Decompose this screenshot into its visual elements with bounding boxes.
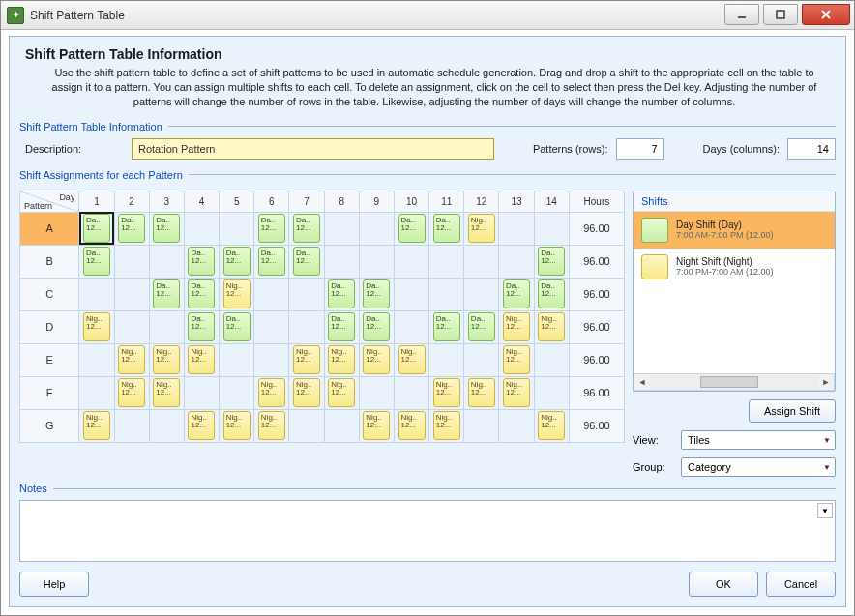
grid-row-header[interactable]: D bbox=[20, 310, 79, 343]
night-shift-chip[interactable]: Nig..12... bbox=[118, 345, 145, 374]
day-shift-chip[interactable]: Da..12... bbox=[433, 214, 460, 243]
day-shift-chip[interactable]: Da..12... bbox=[223, 247, 251, 276]
grid-cell[interactable] bbox=[464, 409, 499, 442]
day-shift-chip[interactable]: Da..12... bbox=[293, 214, 320, 243]
grid-day-header[interactable]: 2 bbox=[114, 191, 149, 212]
grid-cell[interactable]: Da..12... bbox=[394, 212, 428, 245]
grid-cell[interactable] bbox=[220, 343, 254, 376]
night-shift-chip[interactable]: Nig..12... bbox=[118, 378, 145, 407]
grid-cell[interactable]: Nig..12... bbox=[359, 409, 394, 442]
grid-cell[interactable]: Da..12... bbox=[534, 245, 569, 278]
close-button[interactable] bbox=[802, 4, 850, 25]
grid-cell[interactable] bbox=[79, 376, 114, 409]
grid-cell[interactable] bbox=[220, 212, 254, 245]
grid-cell[interactable] bbox=[324, 245, 359, 278]
night-shift-chip[interactable]: Nig..12... bbox=[153, 345, 180, 374]
day-shift-chip[interactable]: Da..12... bbox=[503, 279, 530, 308]
days-input[interactable] bbox=[787, 138, 836, 160]
night-shift-chip[interactable]: Nig..12... bbox=[468, 378, 495, 407]
grid-cell[interactable]: Nig..12... bbox=[324, 343, 359, 376]
night-shift-chip[interactable]: Nig..12... bbox=[503, 345, 530, 374]
grid-cell[interactable]: Nig..12... bbox=[114, 376, 149, 409]
grid-cell[interactable]: Da..12... bbox=[114, 212, 149, 245]
grid-cell[interactable] bbox=[254, 310, 289, 343]
night-shift-chip[interactable]: Nig..12... bbox=[83, 312, 110, 341]
shift-list-item[interactable]: Night Shift (Night)7:00 PM-7:00 AM (12.0… bbox=[634, 249, 835, 285]
grid-cell[interactable]: Nig..12... bbox=[499, 376, 534, 409]
grid-row-header[interactable]: E bbox=[20, 343, 79, 376]
grid-cell[interactable] bbox=[184, 212, 219, 245]
night-shift-chip[interactable]: Nig..12... bbox=[258, 411, 285, 440]
grid-cell[interactable]: Da..12... bbox=[79, 245, 114, 278]
day-shift-chip[interactable]: Da..12... bbox=[188, 247, 215, 276]
grid-day-header[interactable]: 13 bbox=[499, 191, 534, 212]
ok-button[interactable]: OK bbox=[689, 572, 758, 597]
grid-cell[interactable]: Da..12... bbox=[429, 212, 464, 245]
night-shift-chip[interactable]: Nig..12... bbox=[328, 345, 355, 374]
day-shift-chip[interactable]: Da..12... bbox=[363, 279, 390, 308]
grid-cell[interactable] bbox=[184, 376, 219, 409]
grid-cell[interactable] bbox=[534, 343, 569, 376]
day-shift-chip[interactable]: Da..12... bbox=[398, 214, 426, 243]
grid-cell[interactable] bbox=[394, 245, 428, 278]
notes-textarea[interactable]: ▼ bbox=[19, 500, 836, 562]
grid-day-header[interactable]: 7 bbox=[289, 191, 324, 212]
grid-cell[interactable]: Nig..12... bbox=[429, 376, 464, 409]
cancel-button[interactable]: Cancel bbox=[766, 572, 836, 597]
night-shift-chip[interactable]: Nig..12... bbox=[363, 345, 390, 374]
grid-cell[interactable]: Nig..12... bbox=[359, 343, 394, 376]
grid-cell[interactable] bbox=[464, 245, 499, 278]
grid-cell[interactable]: Da..12... bbox=[359, 310, 394, 343]
grid-cell[interactable]: Nig..12... bbox=[499, 343, 534, 376]
grid-cell[interactable]: Da..12... bbox=[324, 278, 359, 310]
day-shift-chip[interactable]: Da..12... bbox=[538, 279, 565, 308]
grid-cell[interactable]: Nig..12... bbox=[464, 212, 499, 245]
night-shift-chip[interactable]: Nig..12... bbox=[293, 345, 320, 374]
night-shift-chip[interactable]: Nig..12... bbox=[398, 411, 426, 440]
scroll-thumb[interactable] bbox=[700, 376, 758, 388]
day-shift-chip[interactable]: Da..12... bbox=[538, 247, 565, 276]
grid-day-header[interactable]: 3 bbox=[149, 191, 184, 212]
day-shift-chip[interactable]: Da..12... bbox=[293, 247, 320, 276]
grid-cell[interactable] bbox=[464, 278, 499, 310]
grid-cell[interactable]: Nig..12... bbox=[394, 343, 428, 376]
day-shift-chip[interactable]: Da..12... bbox=[188, 312, 215, 341]
grid-cell[interactable] bbox=[464, 343, 499, 376]
night-shift-chip[interactable]: Nig..12... bbox=[503, 378, 530, 407]
maximize-button[interactable] bbox=[763, 4, 798, 25]
night-shift-chip[interactable]: Nig..12... bbox=[293, 378, 320, 407]
night-shift-chip[interactable]: Nig..12... bbox=[538, 411, 565, 440]
grid-cell[interactable] bbox=[429, 278, 464, 310]
grid-cell[interactable]: Da..12... bbox=[429, 310, 464, 343]
grid-cell[interactable]: Nig..12... bbox=[499, 310, 534, 343]
day-shift-chip[interactable]: Da..12... bbox=[433, 312, 460, 341]
grid-cell[interactable] bbox=[114, 245, 149, 278]
grid-cell[interactable]: Da..12... bbox=[534, 278, 569, 310]
shifts-scrollbar[interactable]: ◄ ► bbox=[634, 373, 835, 391]
day-shift-chip[interactable]: Da..12... bbox=[223, 312, 251, 341]
grid-cell[interactable] bbox=[359, 212, 394, 245]
group-combo[interactable]: Category ▼ bbox=[681, 457, 836, 477]
grid-cell[interactable]: Nig..12... bbox=[184, 343, 219, 376]
grid-row-header[interactable]: A bbox=[20, 212, 79, 245]
day-shift-chip[interactable]: Da..12... bbox=[153, 214, 180, 243]
day-shift-chip[interactable]: Da..12... bbox=[258, 247, 285, 276]
night-shift-chip[interactable]: Nig..12... bbox=[433, 411, 460, 440]
grid-cell[interactable]: Nig..12... bbox=[429, 409, 464, 442]
grid-row-header[interactable]: B bbox=[20, 245, 79, 278]
grid-cell[interactable] bbox=[114, 409, 149, 442]
grid-cell[interactable] bbox=[394, 376, 428, 409]
night-shift-chip[interactable]: Nig..12... bbox=[83, 411, 110, 440]
grid-day-header[interactable]: 10 bbox=[394, 191, 428, 212]
grid-cell[interactable] bbox=[499, 212, 534, 245]
grid-cell[interactable]: Da..12... bbox=[79, 212, 114, 245]
grid-day-header[interactable]: 1 bbox=[79, 191, 114, 212]
grid-cell[interactable]: Nig..12... bbox=[114, 343, 149, 376]
night-shift-chip[interactable]: Nig..12... bbox=[188, 345, 215, 374]
grid-cell[interactable] bbox=[499, 409, 534, 442]
grid-cell[interactable]: Nig..12... bbox=[394, 409, 428, 442]
grid-day-header[interactable]: 5 bbox=[220, 191, 254, 212]
grid-cell[interactable] bbox=[324, 409, 359, 442]
day-shift-chip[interactable]: Da..12... bbox=[83, 247, 110, 276]
grid-row-header[interactable]: C bbox=[20, 278, 79, 310]
